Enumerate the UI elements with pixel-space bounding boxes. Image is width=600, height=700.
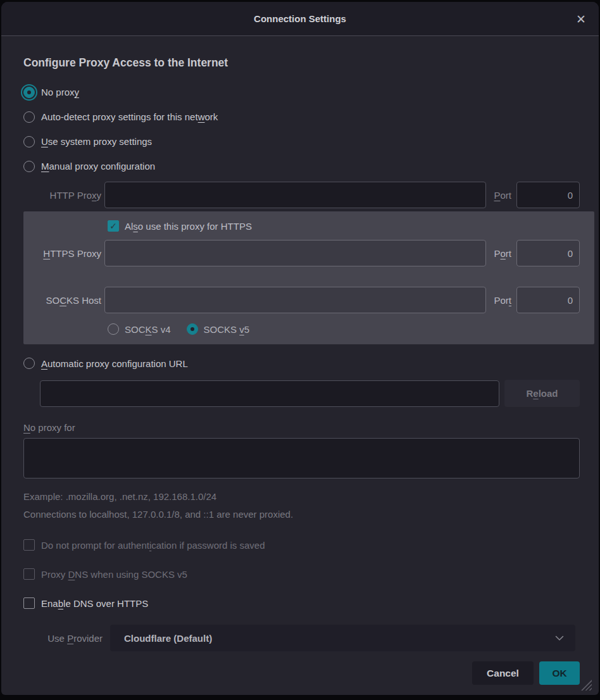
socks-host-input[interactable] bbox=[104, 287, 486, 313]
checkbox-unchecked-icon[interactable] bbox=[23, 539, 35, 551]
radio-label: No proxy bbox=[41, 87, 79, 97]
http-proxy-row: HTTP Proxy Port bbox=[23, 181, 580, 209]
section-heading: Configure Proxy Access to the Internet bbox=[23, 56, 580, 70]
options-checkbox-group: Do not prompt for authentication if pass… bbox=[23, 537, 580, 611]
socks-host-row: SOCKS Host Port bbox=[23, 286, 580, 314]
doh-provider-dropdown[interactable]: Cloudflare (Default) bbox=[110, 625, 575, 651]
checkbox-label: Enable DNS over HTTPS bbox=[41, 598, 148, 609]
close-icon[interactable]: ✕ bbox=[576, 13, 586, 25]
radio-label: Automatic proxy configuration URL bbox=[41, 358, 188, 369]
ok-button[interactable]: OK bbox=[539, 661, 580, 685]
no-prompt-auth-checkbox-row[interactable]: Do not prompt for authentication if pass… bbox=[23, 537, 580, 553]
checkbox-label: Do not prompt for authentication if pass… bbox=[41, 540, 265, 551]
dialog-title: Connection Settings bbox=[254, 13, 346, 24]
radio-button-icon[interactable] bbox=[23, 87, 35, 98]
dialog-content: Configure Proxy Access to the Internet N… bbox=[1, 56, 599, 685]
no-proxy-for-label: No proxy for bbox=[23, 422, 580, 433]
no-proxy-for-textarea[interactable] bbox=[23, 438, 580, 478]
socks-host-label: SOCKS Host bbox=[23, 295, 104, 306]
https-port-input[interactable] bbox=[516, 240, 580, 266]
radio-label: Use system proxy settings bbox=[41, 136, 152, 147]
doh-provider-selected-value: Cloudflare (Default) bbox=[124, 633, 212, 644]
https-port-label: Port bbox=[494, 248, 511, 259]
radio-label: Auto-detect proxy settings for this netw… bbox=[41, 111, 218, 122]
dialog-titlebar: Connection Settings ✕ bbox=[1, 2, 599, 36]
no-proxy-example-text: Example: .mozilla.org, .net.nz, 192.168.… bbox=[23, 491, 580, 502]
https-proxy-input[interactable] bbox=[104, 240, 486, 266]
http-proxy-label: HTTP Proxy bbox=[23, 190, 104, 201]
chevron-down-icon bbox=[555, 635, 564, 641]
cancel-button[interactable]: Cancel bbox=[472, 661, 534, 685]
reload-button[interactable]: Reload bbox=[504, 380, 580, 407]
proxy-dns-socks5-checkbox-row[interactable]: Proxy DNS when using SOCKS v5 bbox=[23, 566, 580, 582]
radio-button-icon[interactable] bbox=[23, 136, 35, 147]
connection-settings-dialog: Connection Settings ✕ Configure Proxy Ac… bbox=[1, 2, 599, 695]
checkbox-label: Proxy DNS when using SOCKS v5 bbox=[41, 569, 187, 580]
radio-button-icon[interactable] bbox=[23, 358, 35, 369]
http-proxy-input[interactable] bbox=[104, 182, 486, 208]
auto-config-url-input[interactable] bbox=[40, 380, 499, 407]
doh-provider-row: Use Provider Cloudflare (Default) bbox=[23, 625, 580, 651]
use-provider-label: Use Provider bbox=[23, 633, 103, 644]
radio-button-icon[interactable] bbox=[23, 161, 35, 172]
also-use-https-checkbox-row[interactable]: ✓ Also use this proxy for HTTPS bbox=[23, 218, 580, 234]
socks-port-input[interactable] bbox=[516, 287, 580, 313]
socks-version-radio-group: SOCKS v4 SOCKS v5 bbox=[23, 322, 580, 337]
radio-option-manual-proxy[interactable]: Manual proxy configuration bbox=[23, 154, 580, 178]
checkbox-unchecked-icon[interactable] bbox=[23, 597, 35, 609]
radio-option-auto-config-url[interactable]: Automatic proxy configuration URL bbox=[23, 354, 580, 372]
https-socks-highlight-region: ✓ Also use this proxy for HTTPS HTTPS Pr… bbox=[23, 211, 594, 344]
socks-port-label: Port bbox=[494, 295, 511, 306]
checkbox-label: Also use this proxy for HTTPS bbox=[125, 221, 252, 232]
socks-v4-label[interactable]: SOCKS v4 bbox=[125, 324, 171, 335]
dialog-button-row: Cancel OK bbox=[23, 661, 580, 685]
checkbox-unchecked-icon[interactable] bbox=[23, 568, 35, 580]
https-proxy-row: HTTPS Proxy Port bbox=[23, 239, 580, 267]
auto-config-url-row: Reload bbox=[23, 380, 580, 407]
radio-button-icon[interactable] bbox=[23, 111, 35, 123]
localhost-note-text: Connections to localhost, 127.0.0.1/8, a… bbox=[23, 509, 580, 520]
https-proxy-label: HTTPS Proxy bbox=[23, 248, 104, 259]
radio-option-system-proxy[interactable]: Use system proxy settings bbox=[23, 129, 580, 154]
radio-option-no-proxy[interactable]: No proxy bbox=[23, 80, 580, 104]
http-port-input[interactable] bbox=[516, 182, 580, 208]
radio-option-auto-detect[interactable]: Auto-detect proxy settings for this netw… bbox=[23, 104, 580, 129]
socks-v4-radio-icon[interactable] bbox=[108, 323, 119, 335]
radio-label: Manual proxy configuration bbox=[41, 161, 155, 172]
socks-v5-label[interactable]: SOCKS v5 bbox=[204, 324, 250, 335]
http-port-label: Port bbox=[494, 190, 511, 201]
socks-v5-radio-icon[interactable] bbox=[187, 323, 198, 335]
enable-doh-checkbox-row[interactable]: Enable DNS over HTTPS bbox=[23, 596, 580, 611]
checkbox-checked-icon[interactable]: ✓ bbox=[108, 220, 119, 232]
proxy-mode-radio-group: No proxy Auto-detect proxy settings for … bbox=[23, 80, 580, 178]
